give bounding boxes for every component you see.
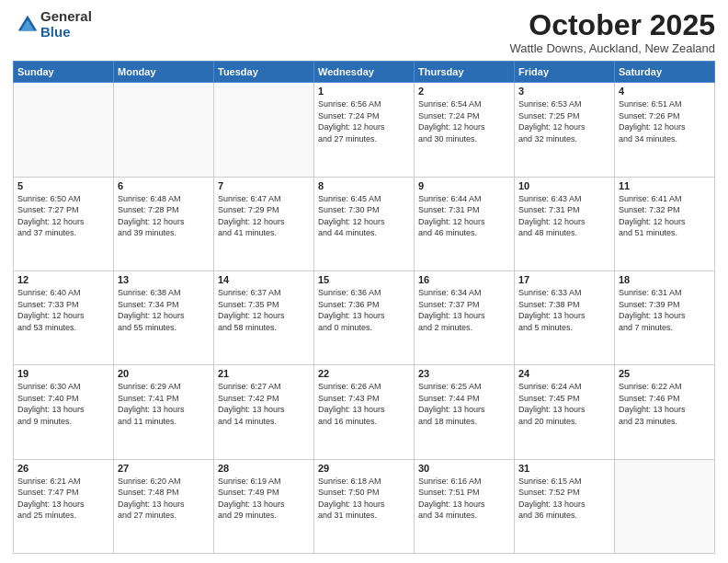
day-cell-5-1: 26Sunrise: 6:21 AM Sunset: 7:47 PM Dayli…: [14, 459, 114, 553]
day-number: 28: [218, 463, 310, 474]
col-tuesday: Tuesday: [214, 62, 314, 83]
week-row-1: 1Sunrise: 6:56 AM Sunset: 7:24 PM Daylig…: [14, 83, 715, 177]
day-info: Sunrise: 6:19 AM Sunset: 7:49 PM Dayligh…: [218, 476, 310, 522]
day-info: Sunrise: 6:43 AM Sunset: 7:31 PM Dayligh…: [518, 193, 610, 239]
day-info: Sunrise: 6:38 AM Sunset: 7:34 PM Dayligh…: [118, 287, 210, 333]
day-cell-2-4: 8Sunrise: 6:45 AM Sunset: 7:30 PM Daylig…: [314, 177, 415, 270]
day-info: Sunrise: 6:47 AM Sunset: 7:29 PM Dayligh…: [218, 193, 310, 239]
day-info: Sunrise: 6:24 AM Sunset: 7:45 PM Dayligh…: [518, 381, 610, 427]
day-cell-1-7: 4Sunrise: 6:51 AM Sunset: 7:26 PM Daylig…: [615, 83, 715, 177]
day-number: 11: [619, 180, 711, 191]
col-thursday: Thursday: [415, 62, 515, 83]
day-number: 1: [318, 86, 410, 97]
day-info: Sunrise: 6:33 AM Sunset: 7:38 PM Dayligh…: [518, 287, 610, 333]
day-info: Sunrise: 6:34 AM Sunset: 7:37 PM Dayligh…: [418, 287, 510, 333]
day-info: Sunrise: 6:22 AM Sunset: 7:46 PM Dayligh…: [619, 381, 711, 427]
day-number: 2: [418, 86, 510, 97]
day-info: Sunrise: 6:41 AM Sunset: 7:32 PM Dayligh…: [619, 193, 711, 239]
day-cell-1-3: [214, 83, 314, 177]
day-info: Sunrise: 6:40 AM Sunset: 7:33 PM Dayligh…: [17, 287, 109, 333]
title-block: October 2025 Wattle Downs, Auckland, New…: [509, 9, 715, 55]
day-number: 31: [518, 463, 610, 474]
day-info: Sunrise: 6:37 AM Sunset: 7:35 PM Dayligh…: [218, 287, 310, 333]
day-cell-2-2: 6Sunrise: 6:48 AM Sunset: 7:28 PM Daylig…: [114, 177, 214, 270]
week-row-5: 26Sunrise: 6:21 AM Sunset: 7:47 PM Dayli…: [14, 459, 715, 553]
day-number: 6: [118, 180, 210, 191]
day-number: 25: [619, 368, 711, 379]
day-cell-3-1: 12Sunrise: 6:40 AM Sunset: 7:33 PM Dayli…: [14, 270, 114, 364]
day-number: 23: [418, 368, 510, 379]
day-info: Sunrise: 6:25 AM Sunset: 7:44 PM Dayligh…: [418, 381, 510, 427]
day-cell-1-4: 1Sunrise: 6:56 AM Sunset: 7:24 PM Daylig…: [314, 83, 415, 177]
week-row-2: 5Sunrise: 6:50 AM Sunset: 7:27 PM Daylig…: [14, 177, 715, 270]
col-wednesday: Wednesday: [314, 62, 415, 83]
day-cell-5-7: [615, 459, 715, 553]
day-info: Sunrise: 6:53 AM Sunset: 7:25 PM Dayligh…: [518, 98, 610, 144]
location: Wattle Downs, Auckland, New Zealand: [509, 41, 715, 55]
day-number: 7: [218, 180, 310, 191]
day-number: 30: [418, 463, 510, 474]
day-cell-4-5: 23Sunrise: 6:25 AM Sunset: 7:44 PM Dayli…: [415, 365, 515, 459]
month-title: October 2025: [509, 9, 715, 41]
day-number: 14: [218, 274, 310, 285]
day-info: Sunrise: 6:16 AM Sunset: 7:51 PM Dayligh…: [418, 476, 510, 522]
day-number: 22: [318, 368, 410, 379]
day-info: Sunrise: 6:18 AM Sunset: 7:50 PM Dayligh…: [318, 476, 410, 522]
day-cell-1-2: [114, 83, 214, 177]
day-info: Sunrise: 6:21 AM Sunset: 7:47 PM Dayligh…: [17, 476, 109, 522]
day-number: 17: [518, 274, 610, 285]
day-cell-3-2: 13Sunrise: 6:38 AM Sunset: 7:34 PM Dayli…: [114, 270, 214, 364]
day-info: Sunrise: 6:45 AM Sunset: 7:30 PM Dayligh…: [318, 193, 410, 239]
day-cell-5-6: 31Sunrise: 6:15 AM Sunset: 7:52 PM Dayli…: [515, 459, 615, 553]
day-cell-4-4: 22Sunrise: 6:26 AM Sunset: 7:43 PM Dayli…: [314, 365, 415, 459]
col-sunday: Sunday: [14, 62, 114, 83]
col-monday: Monday: [114, 62, 214, 83]
day-cell-4-1: 19Sunrise: 6:30 AM Sunset: 7:40 PM Dayli…: [14, 365, 114, 459]
day-number: 4: [619, 86, 711, 97]
day-number: 3: [518, 86, 610, 97]
day-number: 16: [418, 274, 510, 285]
day-info: Sunrise: 6:48 AM Sunset: 7:28 PM Dayligh…: [118, 193, 210, 239]
day-info: Sunrise: 6:31 AM Sunset: 7:39 PM Dayligh…: [619, 287, 711, 333]
day-cell-4-3: 21Sunrise: 6:27 AM Sunset: 7:42 PM Dayli…: [214, 365, 314, 459]
day-cell-1-5: 2Sunrise: 6:54 AM Sunset: 7:24 PM Daylig…: [415, 83, 515, 177]
header: General Blue October 2025 Wattle Downs, …: [13, 9, 715, 55]
day-cell-1-1: [14, 83, 114, 177]
logo-text: General Blue: [40, 9, 92, 40]
day-number: 9: [418, 180, 510, 191]
day-cell-3-6: 17Sunrise: 6:33 AM Sunset: 7:38 PM Dayli…: [515, 270, 615, 364]
day-info: Sunrise: 6:51 AM Sunset: 7:26 PM Dayligh…: [619, 98, 711, 144]
day-cell-2-6: 10Sunrise: 6:43 AM Sunset: 7:31 PM Dayli…: [515, 177, 615, 270]
day-cell-1-6: 3Sunrise: 6:53 AM Sunset: 7:25 PM Daylig…: [515, 83, 615, 177]
day-cell-5-5: 30Sunrise: 6:16 AM Sunset: 7:51 PM Dayli…: [415, 459, 515, 553]
logo-icon: [15, 12, 40, 38]
day-info: Sunrise: 6:50 AM Sunset: 7:27 PM Dayligh…: [17, 193, 109, 239]
day-number: 24: [518, 368, 610, 379]
day-number: 19: [17, 368, 109, 379]
week-row-4: 19Sunrise: 6:30 AM Sunset: 7:40 PM Dayli…: [14, 365, 715, 459]
col-friday: Friday: [515, 62, 615, 83]
page: General Blue October 2025 Wattle Downs, …: [0, 0, 728, 563]
day-info: Sunrise: 6:44 AM Sunset: 7:31 PM Dayligh…: [418, 193, 510, 239]
calendar-header-row: Sunday Monday Tuesday Wednesday Thursday…: [14, 62, 715, 83]
day-info: Sunrise: 6:36 AM Sunset: 7:36 PM Dayligh…: [318, 287, 410, 333]
day-number: 12: [17, 274, 109, 285]
day-number: 27: [118, 463, 210, 474]
day-number: 15: [318, 274, 410, 285]
day-info: Sunrise: 6:30 AM Sunset: 7:40 PM Dayligh…: [17, 381, 109, 427]
day-number: 13: [118, 274, 210, 285]
calendar-table: Sunday Monday Tuesday Wednesday Thursday…: [13, 61, 715, 554]
day-number: 10: [518, 180, 610, 191]
day-info: Sunrise: 6:27 AM Sunset: 7:42 PM Dayligh…: [218, 381, 310, 427]
logo: General Blue: [13, 9, 92, 40]
day-number: 29: [318, 463, 410, 474]
day-cell-4-7: 25Sunrise: 6:22 AM Sunset: 7:46 PM Dayli…: [615, 365, 715, 459]
day-cell-3-4: 15Sunrise: 6:36 AM Sunset: 7:36 PM Dayli…: [314, 270, 415, 364]
day-cell-4-6: 24Sunrise: 6:24 AM Sunset: 7:45 PM Dayli…: [515, 365, 615, 459]
day-cell-3-3: 14Sunrise: 6:37 AM Sunset: 7:35 PM Dayli…: [214, 270, 314, 364]
day-info: Sunrise: 6:56 AM Sunset: 7:24 PM Dayligh…: [318, 98, 410, 144]
day-number: 18: [619, 274, 711, 285]
day-info: Sunrise: 6:26 AM Sunset: 7:43 PM Dayligh…: [318, 381, 410, 427]
logo-general-text: General: [40, 9, 92, 25]
day-info: Sunrise: 6:29 AM Sunset: 7:41 PM Dayligh…: [118, 381, 210, 427]
